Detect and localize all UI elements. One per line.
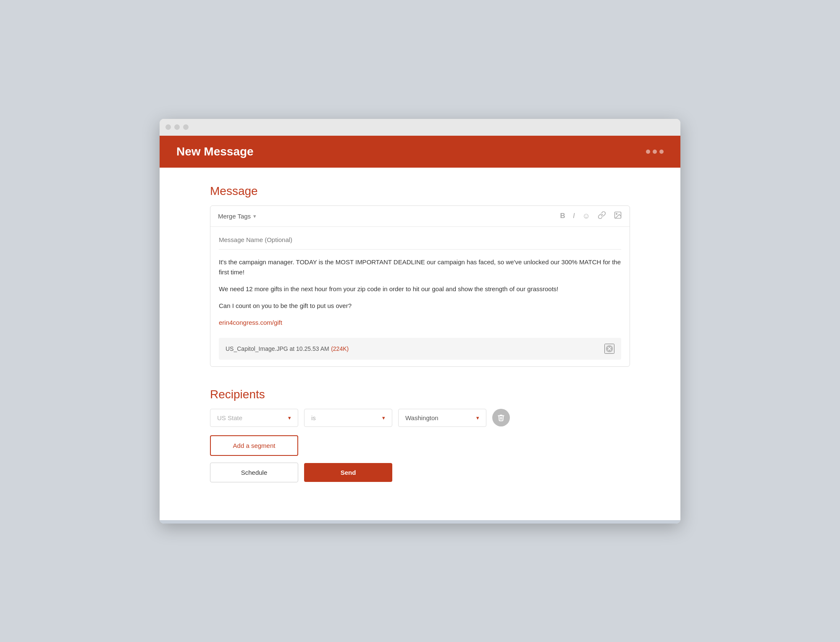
state-placeholder: US State [217, 414, 242, 421]
titlebar [160, 119, 680, 136]
state-value-chevron-icon: ▾ [476, 415, 479, 421]
attachment-size: (224K) [331, 345, 349, 352]
message-para-3: Can I count on you to be the gift to put… [219, 301, 621, 311]
message-para-1: It's the campaign manager. TODAY is the … [219, 257, 621, 277]
link-icon[interactable] [598, 211, 606, 221]
state-value: Washington [405, 414, 438, 421]
schedule-button[interactable]: Schedule [210, 463, 298, 482]
emoji-icon[interactable]: ☺ [583, 212, 590, 221]
message-heading: Message [210, 184, 630, 198]
main-content: Message Merge Tags ▾ B I ☺ [160, 168, 680, 520]
titlebar-dot-red [165, 124, 171, 130]
toolbar-icons: B I ☺ [560, 211, 622, 221]
titlebar-dot-green [183, 124, 189, 130]
editor-container: Merge Tags ▾ B I ☺ [210, 205, 630, 367]
message-name-input[interactable] [219, 234, 621, 250]
editor-body[interactable]: It's the campaign manager. TODAY is the … [210, 227, 630, 366]
filter-row: US State ▾ is ▾ Washington ▾ [210, 409, 630, 427]
titlebar-dot-yellow [174, 124, 180, 130]
operator-value: is [311, 414, 316, 421]
header-dots-menu[interactable] [646, 150, 664, 154]
app-window: New Message Message Merge Tags ▾ B [160, 119, 680, 524]
state-chevron-icon: ▾ [288, 415, 291, 421]
bold-icon[interactable]: B [560, 212, 565, 220]
state-value-dropdown[interactable]: Washington ▾ [398, 409, 486, 427]
bottom-bar [160, 520, 680, 524]
header-dot-2 [653, 150, 657, 154]
operator-chevron-icon: ▾ [382, 415, 385, 421]
merge-tags-chevron-icon: ▾ [253, 213, 256, 219]
header: New Message [160, 136, 680, 168]
message-text: It's the campaign manager. TODAY is the … [219, 257, 621, 328]
merge-tags-label: Merge Tags [218, 213, 251, 220]
attachment-remove-button[interactable] [604, 344, 614, 354]
message-para-2: We need 12 more gifts in the next hour f… [219, 284, 621, 294]
svg-point-1 [616, 213, 617, 214]
recipients-heading: Recipients [210, 388, 630, 401]
image-icon[interactable] [614, 211, 622, 221]
delete-filter-button[interactable] [492, 409, 510, 426]
page-title: New Message [176, 145, 254, 158]
attachment-name: US_Capitol_Image.JPG at 10.25.53 AM [226, 345, 329, 352]
send-button[interactable]: Send [304, 463, 392, 482]
italic-icon[interactable]: I [573, 212, 575, 220]
header-dot-3 [659, 150, 664, 154]
action-buttons: Schedule Send [210, 463, 630, 482]
header-dot-1 [646, 150, 650, 154]
recipients-section: Recipients US State ▾ is ▾ Washington ▾ [210, 388, 630, 482]
state-dropdown[interactable]: US State ▾ [210, 409, 298, 427]
operator-dropdown[interactable]: is ▾ [304, 409, 392, 427]
message-section: Message Merge Tags ▾ B I ☺ [210, 184, 630, 367]
editor-toolbar: Merge Tags ▾ B I ☺ [210, 206, 630, 227]
attachment-info: US_Capitol_Image.JPG at 10.25.53 AM (224… [226, 345, 349, 353]
add-segment-button[interactable]: Add a segment [210, 435, 298, 456]
attachment-bar: US_Capitol_Image.JPG at 10.25.53 AM (224… [219, 338, 621, 360]
merge-tags-button[interactable]: Merge Tags ▾ [218, 213, 256, 220]
message-link[interactable]: erin4congress.com/gift [219, 319, 282, 326]
